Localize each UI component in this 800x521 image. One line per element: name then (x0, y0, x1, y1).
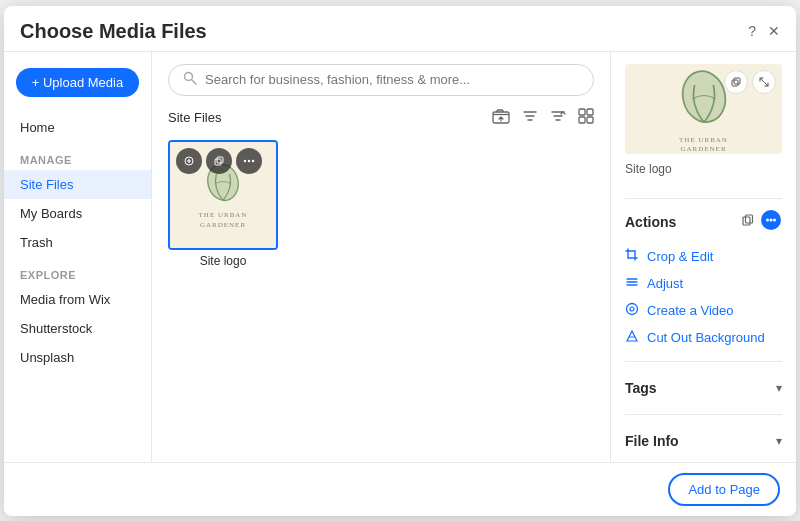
action-crop-edit[interactable]: Crop & Edit (625, 243, 782, 270)
modal-header: Choose Media Files ? ✕ (4, 6, 796, 52)
list-item: THE URBANGARDENER (168, 140, 278, 268)
filter-icon[interactable] (522, 108, 538, 128)
toolbar-icons (492, 108, 594, 128)
actions-more-icon[interactable] (760, 209, 782, 235)
file-item-name: Site logo (200, 254, 247, 268)
sidebar-item-media-from-wix[interactable]: Media from Wix (4, 285, 151, 314)
main-content: Site Files (152, 52, 611, 462)
right-panel: THE URBANGARDENER Site logo Actions (611, 52, 796, 462)
preview-icons (724, 70, 776, 94)
files-label: Site Files (168, 110, 221, 125)
svg-rect-3 (579, 109, 585, 115)
svg-rect-17 (732, 80, 738, 86)
modal: Choose Media Files ? ✕ + Upload Media Ho… (4, 6, 796, 516)
actions-copy-icon[interactable] (742, 214, 754, 229)
sidebar-item-home[interactable]: Home (4, 113, 151, 142)
action-adjust[interactable]: Adjust (625, 270, 782, 297)
tags-section[interactable]: Tags ▾ (625, 372, 782, 404)
search-icon (183, 71, 197, 89)
actions-title: Actions (625, 214, 676, 230)
svg-point-24 (773, 218, 776, 221)
svg-rect-6 (587, 117, 593, 123)
tags-chevron-icon: ▾ (776, 381, 782, 395)
folder-upload-icon[interactable] (492, 108, 510, 128)
adjust-label: Adjust (647, 276, 683, 291)
sidebar-item-shutterstock[interactable]: Shutterstock (4, 314, 151, 343)
svg-rect-19 (743, 217, 750, 225)
svg-point-23 (770, 218, 773, 221)
preview-label: Site logo (625, 162, 782, 176)
svg-rect-10 (215, 159, 221, 165)
svg-line-1 (192, 80, 196, 84)
file-info-chevron-icon: ▾ (776, 434, 782, 448)
svg-rect-20 (746, 215, 753, 223)
action-create-video[interactable]: Create a Video (625, 297, 782, 324)
upload-media-button[interactable]: + Upload Media (16, 68, 139, 97)
tags-title: Tags (625, 380, 657, 396)
add-to-page-button[interactable]: Add to Page (668, 473, 780, 506)
cut-bg-icon (625, 329, 639, 346)
sidebar: + Upload Media Home MANAGE Site Files My… (4, 52, 152, 462)
file-info-title: File Info (625, 433, 679, 449)
thumb-duplicate-icon[interactable] (206, 148, 232, 174)
search-bar (168, 64, 594, 96)
svg-rect-11 (217, 157, 223, 163)
grid-view-icon[interactable] (578, 108, 594, 128)
sort-icon[interactable] (550, 108, 566, 128)
preview-box: THE URBANGARDENER (625, 64, 782, 154)
thumb-edit-icon[interactable] (176, 148, 202, 174)
preview-copy-icon[interactable] (724, 70, 748, 94)
preview-expand-icon[interactable] (752, 70, 776, 94)
create-video-label: Create a Video (647, 303, 734, 318)
close-icon[interactable]: ✕ (768, 23, 780, 39)
svg-point-28 (627, 303, 638, 314)
files-toolbar: Site Files (168, 108, 594, 128)
thumb-more-icon[interactable] (236, 148, 262, 174)
file-info-section[interactable]: File Info ▾ (625, 425, 782, 457)
svg-point-13 (248, 159, 250, 161)
sidebar-section-manage: MANAGE (4, 142, 151, 170)
crop-icon (625, 248, 639, 265)
modal-title: Choose Media Files (20, 20, 207, 43)
help-icon[interactable]: ? (748, 23, 756, 39)
sidebar-item-my-boards[interactable]: My Boards (4, 199, 151, 228)
svg-point-15 (677, 66, 731, 126)
file-grid: THE URBANGARDENER (168, 140, 594, 450)
svg-rect-5 (579, 117, 585, 123)
sidebar-item-trash[interactable]: Trash (4, 228, 151, 257)
divider-3 (625, 414, 782, 415)
svg-point-12 (244, 159, 246, 161)
svg-point-14 (252, 159, 254, 161)
svg-point-29 (630, 307, 634, 311)
adjust-icon (625, 275, 639, 292)
svg-point-0 (185, 72, 193, 80)
logo-text: THE URBANGARDENER (199, 211, 248, 229)
modal-body: + Upload Media Home MANAGE Site Files My… (4, 52, 796, 462)
sidebar-section-explore: EXPLORE (4, 257, 151, 285)
sidebar-item-site-files[interactable]: Site Files (4, 170, 151, 199)
file-thumb-overlay (176, 148, 262, 174)
action-cut-out-bg[interactable]: Cut Out Background (625, 324, 782, 351)
video-icon (625, 302, 639, 319)
svg-rect-4 (587, 109, 593, 115)
header-icons: ? ✕ (748, 23, 780, 39)
svg-rect-18 (734, 78, 740, 84)
search-input[interactable] (205, 72, 579, 87)
sidebar-item-unsplash[interactable]: Unsplash (4, 343, 151, 372)
divider (625, 198, 782, 199)
crop-edit-label: Crop & Edit (647, 249, 713, 264)
file-thumbnail[interactable]: THE URBANGARDENER (168, 140, 278, 250)
actions-header-icons (742, 209, 782, 235)
actions-header: Actions (625, 209, 782, 235)
preview-logo-text: THE URBANGARDENER (679, 136, 728, 154)
modal-footer: Add to Page (4, 462, 796, 516)
svg-point-22 (766, 218, 769, 221)
divider-2 (625, 361, 782, 362)
cut-out-bg-label: Cut Out Background (647, 330, 765, 345)
